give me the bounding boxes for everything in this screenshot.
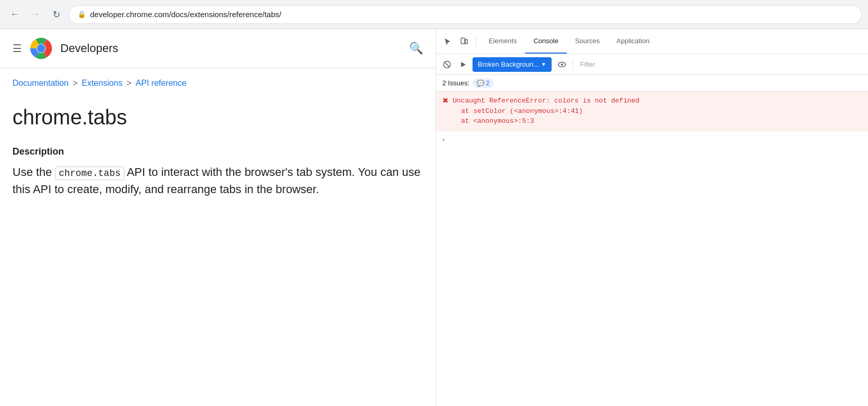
forward-button: → [27, 6, 44, 23]
tab-application[interactable]: Application [608, 29, 658, 54]
console-output: ✖ Uncaught ReferenceError: colors is not… [436, 92, 868, 406]
breadcrumb-docs[interactable]: Documentation [12, 79, 69, 88]
subtoolbar-divider [572, 59, 573, 70]
page-title: chrome.tabs [12, 105, 423, 130]
issues-badge[interactable]: 💬 2 [473, 79, 494, 88]
breadcrumb-api-ref[interactable]: API reference [136, 79, 187, 88]
device-toolbar-button[interactable] [457, 34, 471, 49]
svg-point-10 [561, 64, 563, 66]
error-main-message: Uncaught ReferenceError: colors is not d… [453, 96, 640, 106]
site-search-button[interactable]: 🔍 [409, 42, 423, 55]
site-title: Developers [60, 42, 118, 55]
desc-part1: Use the [12, 166, 55, 179]
error-trace-2: at <anonymous>:5:3 [461, 116, 640, 126]
issues-label: 2 Issues: [442, 79, 469, 87]
description-text: Use the chrome.tabs API to interact with… [12, 163, 423, 198]
tab-console[interactable]: Console [525, 29, 567, 54]
console-prompt-row[interactable]: › [436, 131, 868, 147]
issues-bar: 2 Issues: 💬 2 [436, 75, 868, 92]
error-icon: ✖ [442, 96, 449, 105]
error-trace-1: at setColor (<anonymous>:4:41) [461, 106, 640, 117]
run-snippet-button[interactable] [457, 58, 469, 71]
devtools-top-toolbar: Elements Console Sources Application [436, 29, 868, 54]
toolbar-divider [476, 35, 476, 48]
clear-console-button[interactable] [440, 58, 454, 71]
chrome-logo [30, 37, 52, 59]
eye-button[interactable] [555, 57, 569, 72]
devtools-tabs: Elements Console Sources Application [480, 29, 864, 54]
tab-sources[interactable]: Sources [567, 29, 608, 54]
error-row: ✖ Uncaught ReferenceError: colors is not… [436, 92, 868, 131]
devtools-panel: Elements Console Sources Application Bro… [436, 29, 868, 406]
tab-elements[interactable]: Elements [480, 29, 525, 54]
breadcrumb: Documentation > Extensions > API referen… [0, 68, 436, 96]
console-subtoolbar: Broken Backgroun... ▼ [436, 54, 868, 75]
url-text: developer.chrome.com/docs/extensions/ref… [90, 10, 853, 19]
address-bar[interactable]: 🔒 developer.chrome.com/docs/extensions/r… [69, 5, 862, 24]
svg-rect-5 [465, 40, 467, 44]
hamburger-button[interactable]: ☰ [12, 42, 22, 55]
code-chrome-tabs: chrome.tabs [55, 167, 124, 180]
page-content: ☰ Developers 🔍 [0, 29, 868, 406]
issues-badge-icon: 💬 [477, 80, 484, 87]
context-selector-label: Broken Backgroun... [478, 60, 539, 68]
issues-badge-count: 2 [486, 80, 490, 87]
breadcrumb-sep2: > [126, 79, 131, 88]
context-selector-dropdown[interactable]: Broken Backgroun... ▼ [473, 57, 552, 72]
website-panel: ☰ Developers 🔍 [0, 29, 436, 406]
back-button[interactable]: ← [6, 6, 23, 23]
console-chevron-icon: › [442, 135, 444, 143]
site-header: ☰ Developers 🔍 [0, 29, 436, 68]
svg-line-7 [444, 62, 449, 67]
main-content: chrome.tabs Description Use the chrome.t… [0, 96, 436, 206]
refresh-button[interactable]: ↻ [48, 6, 65, 23]
description-section: Description Use the chrome.tabs API to i… [12, 146, 423, 198]
console-filter-input[interactable] [576, 58, 864, 70]
svg-rect-4 [461, 38, 465, 44]
error-text: Uncaught ReferenceError: colors is not d… [453, 96, 640, 126]
lock-icon: 🔒 [78, 10, 86, 18]
svg-point-3 [37, 44, 45, 53]
breadcrumb-sep1: > [73, 79, 78, 88]
browser-toolbar: ← → ↻ 🔒 developer.chrome.com/docs/extens… [0, 0, 868, 29]
inspect-element-button[interactable] [440, 34, 455, 49]
svg-marker-8 [461, 62, 466, 67]
dropdown-arrow-icon: ▼ [541, 61, 546, 67]
breadcrumb-extensions[interactable]: Extensions [82, 79, 122, 88]
section-title: Description [12, 146, 423, 157]
